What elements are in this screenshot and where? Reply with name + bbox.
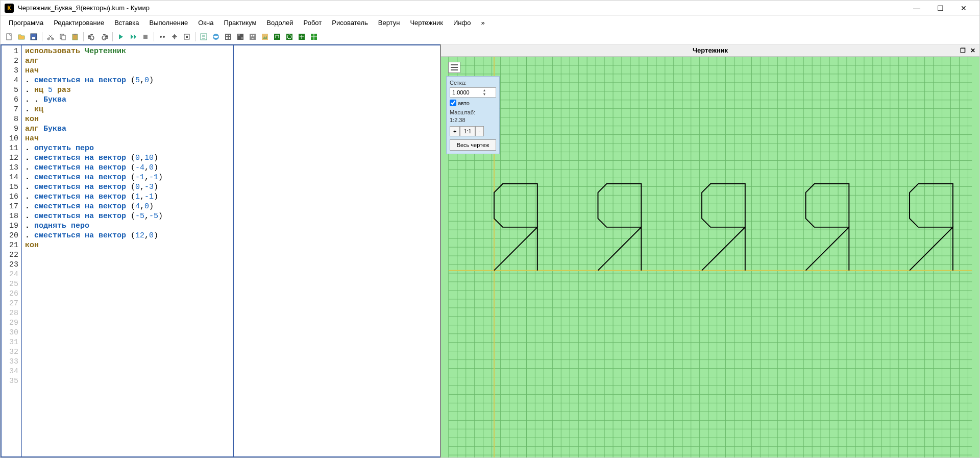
svg-rect-9 [143, 35, 148, 39]
m5-icon[interactable] [247, 31, 258, 42]
svg-rect-20 [226, 37, 228, 39]
menu-практикум[interactable]: Практикум [219, 17, 260, 28]
menu-вертун[interactable]: Вертун [374, 17, 404, 28]
open-icon[interactable] [16, 31, 27, 42]
svg-rect-21 [229, 37, 230, 39]
canvas-menu-button[interactable] [448, 62, 460, 73]
drawer-detach-button[interactable]: ❐ [958, 46, 967, 55]
debug2-icon[interactable] [169, 31, 180, 42]
drawer-close-button[interactable]: ✕ [968, 46, 977, 55]
menu-программа[interactable]: Программа [5, 17, 47, 28]
m3-icon[interactable] [223, 31, 234, 42]
menu-рисователь[interactable]: Рисователь [328, 17, 372, 28]
svg-rect-14 [186, 36, 188, 38]
paste-icon[interactable] [69, 31, 81, 42]
svg-point-26 [251, 35, 253, 36]
drawer-canvas[interactable]: Сетка: ▲▼ авто Масштаб: 1:2.38 + 1:1 - [441, 57, 979, 457]
auto-label: авто [458, 100, 470, 106]
scale-value: 1:2.38 [450, 117, 496, 123]
svg-point-27 [253, 35, 255, 36]
svg-rect-29 [274, 34, 280, 40]
svg-rect-25 [250, 34, 256, 40]
cut-icon[interactable] [45, 31, 56, 42]
svg-rect-23 [238, 34, 240, 36]
debug3-icon[interactable] [181, 31, 192, 42]
drawer-title: Чертежник ❐ ✕ [441, 44, 979, 57]
code-area[interactable]: использовать Чертежникалгнач. сместиться… [22, 45, 233, 456]
menu-вставка[interactable]: Вставка [110, 17, 143, 28]
svg-rect-18 [226, 35, 228, 36]
svg-rect-0 [7, 34, 11, 40]
drawer-title-text: Чертежник [693, 46, 728, 54]
stop-icon[interactable] [140, 31, 151, 42]
grid-size-spinner[interactable]: ▲▼ [450, 87, 496, 98]
app-icon: К [5, 4, 14, 13]
scale-label: Масштаб: [450, 109, 496, 115]
svg-point-10 [160, 36, 162, 38]
menubar: ПрограммаРедактированиеВставкаВыполнение… [1, 16, 979, 29]
code-editor[interactable]: 1234567891011121314151617181920212223242… [1, 44, 234, 457]
undo-icon[interactable] [86, 31, 97, 42]
editor-pane: 1234567891011121314151617181920212223242… [1, 44, 440, 457]
m7-icon[interactable] [272, 31, 283, 42]
m1-icon[interactable] [198, 31, 209, 42]
menu-окна[interactable]: Окна [194, 17, 217, 28]
menu-»[interactable]: » [477, 17, 488, 28]
menu-робот[interactable]: Робот [300, 17, 326, 28]
menu-чертежник[interactable]: Чертежник [406, 17, 447, 28]
svg-rect-8 [74, 34, 77, 35]
output-pane [234, 44, 440, 457]
step-icon[interactable] [128, 31, 139, 42]
minimize-button[interactable]: — [905, 1, 928, 16]
line-gutter: 1234567891011121314151617181920212223242… [2, 45, 22, 456]
auto-checkbox[interactable]: авто [450, 100, 496, 106]
grid-label: Сетка: [450, 80, 496, 86]
m8-icon[interactable] [284, 31, 295, 42]
drawer-pane: Чертежник ❐ ✕ Сетка: ▲▼ авто [440, 44, 979, 457]
zoom-in-button[interactable]: + [450, 126, 460, 136]
m9-icon[interactable] [296, 31, 307, 42]
menu-редактирование[interactable]: Редактирование [50, 17, 108, 28]
svg-rect-28 [262, 34, 268, 40]
new-icon[interactable] [4, 31, 15, 42]
maximize-button[interactable]: ☐ [928, 1, 952, 16]
auto-checkbox-input[interactable] [450, 100, 456, 106]
m4-icon[interactable] [235, 31, 246, 42]
toolbar [1, 29, 979, 44]
menu-выполнение[interactable]: Выполнение [145, 17, 192, 28]
window-title: Чертежник_Буква_Я(векторы).kum - Кумир [18, 4, 905, 12]
svg-point-11 [163, 36, 165, 38]
m2-icon[interactable] [210, 31, 222, 42]
zoom-reset-button[interactable]: 1:1 [460, 126, 475, 136]
m10-icon[interactable] [308, 31, 320, 42]
run-icon[interactable] [115, 31, 127, 42]
titlebar: К Чертежник_Буква_Я(векторы).kum - Кумир… [1, 1, 979, 16]
save-icon[interactable] [28, 31, 39, 42]
svg-rect-6 [62, 35, 65, 40]
svg-rect-2 [32, 37, 35, 39]
m6-icon[interactable] [259, 31, 271, 42]
svg-rect-19 [229, 35, 230, 36]
close-button[interactable]: ✕ [952, 1, 975, 16]
fit-all-button[interactable]: Весь чертеж [450, 139, 496, 151]
debug1-icon[interactable] [157, 31, 168, 42]
svg-rect-17 [225, 34, 231, 40]
canvas-control-panel: Сетка: ▲▼ авто Масштаб: 1:2.38 + 1:1 - [446, 76, 500, 154]
copy-icon[interactable] [57, 31, 68, 42]
menu-водолей[interactable]: Водолей [262, 17, 297, 28]
svg-rect-24 [241, 37, 243, 39]
grid-size-input[interactable] [450, 89, 481, 95]
redo-icon[interactable] [99, 31, 110, 42]
zoom-out-button[interactable]: - [475, 126, 484, 136]
menu-инфо[interactable]: Инфо [449, 17, 475, 28]
